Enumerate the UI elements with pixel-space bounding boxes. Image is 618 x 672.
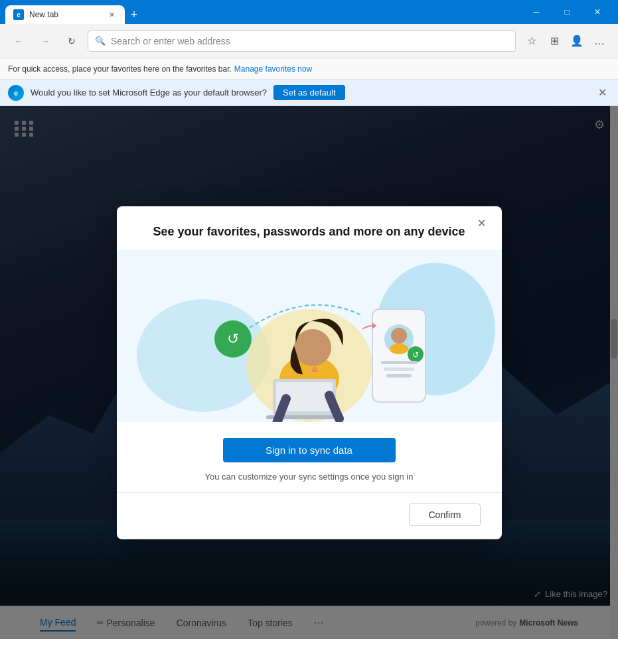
svg-point-12 — [391, 328, 407, 344]
manage-favorites-link[interactable]: Manage favorites now — [234, 64, 312, 74]
collections-button[interactable]: ⊞ — [544, 31, 565, 52]
modal-header: See your favorites, passwords and more o… — [117, 206, 502, 249]
address-placeholder: Search or enter web address — [111, 36, 230, 46]
more-button[interactable]: … — [589, 31, 610, 52]
sync-note: You can customize your sync settings onc… — [138, 472, 481, 482]
svg-point-6 — [294, 329, 331, 366]
back-button[interactable]: ← — [8, 31, 29, 52]
svg-rect-17 — [384, 368, 414, 371]
minimize-button[interactable]: ─ — [521, 0, 552, 24]
modal-body: Sign in to sync data You can customize y… — [117, 422, 502, 492]
modal-close-button[interactable]: ✕ — [473, 214, 491, 233]
search-icon: 🔍 — [95, 36, 106, 46]
set-default-button[interactable]: Set as default — [273, 85, 345, 100]
maximize-button[interactable]: □ — [552, 0, 582, 24]
modal-title: See your favorites, passwords and more o… — [138, 225, 481, 239]
toolbar: ← → ↻ 🔍 Search or enter web address ☆ ⊞ … — [0, 24, 618, 58]
edge-bar-close-button[interactable]: ✕ — [594, 85, 610, 101]
refresh-button[interactable]: ↻ — [61, 31, 82, 52]
confirm-button[interactable]: Confirm — [409, 504, 480, 526]
edge-bar-message: Would you like to set Microsoft Edge as … — [31, 88, 267, 98]
favorite-button[interactable]: ☆ — [521, 31, 542, 52]
modal-overlay: ✕ See your favorites, passwords and more… — [0, 106, 618, 639]
tab-favicon: e — [13, 9, 24, 20]
tab-close-button[interactable]: ✕ — [106, 9, 117, 20]
title-bar: e New tab ✕ + ─ □ ✕ — [0, 0, 618, 24]
tab-strip: e New tab ✕ + — [5, 0, 513, 24]
window-controls: ─ □ ✕ — [521, 0, 613, 24]
edge-logo: e — [8, 85, 24, 101]
new-tab-button[interactable]: + — [125, 5, 143, 24]
active-tab[interactable]: e New tab ✕ — [5, 5, 125, 24]
svg-rect-18 — [386, 374, 412, 377]
forward-button[interactable]: → — [35, 31, 56, 52]
svg-text:↺: ↺ — [227, 330, 239, 347]
favorites-bar: For quick access, place your favorites h… — [0, 58, 618, 80]
close-button[interactable]: ✕ — [582, 0, 613, 24]
modal-illustration: ↺ — [117, 249, 502, 422]
profile-button[interactable]: 👤 — [566, 31, 587, 52]
close-icon: ✕ — [477, 217, 486, 230]
sign-in-button[interactable]: Sign in to sync data — [223, 438, 396, 462]
favorites-bar-text: For quick access, place your favorites h… — [8, 64, 232, 74]
main-content: ⚙ ✕ See your favorites, passwords and mo… — [0, 106, 618, 639]
address-bar[interactable]: 🔍 Search or enter web address — [88, 31, 516, 52]
svg-point-13 — [390, 344, 408, 354]
edge-default-bar: e Would you like to set Microsoft Edge a… — [0, 80, 618, 106]
svg-text:↺: ↺ — [412, 350, 419, 360]
toolbar-actions: ☆ ⊞ 👤 … — [521, 31, 610, 52]
tab-title: New tab — [29, 10, 58, 19]
modal-footer: Confirm — [117, 492, 502, 539]
sync-modal: ✕ See your favorites, passwords and more… — [117, 206, 502, 539]
svg-rect-16 — [381, 361, 418, 364]
